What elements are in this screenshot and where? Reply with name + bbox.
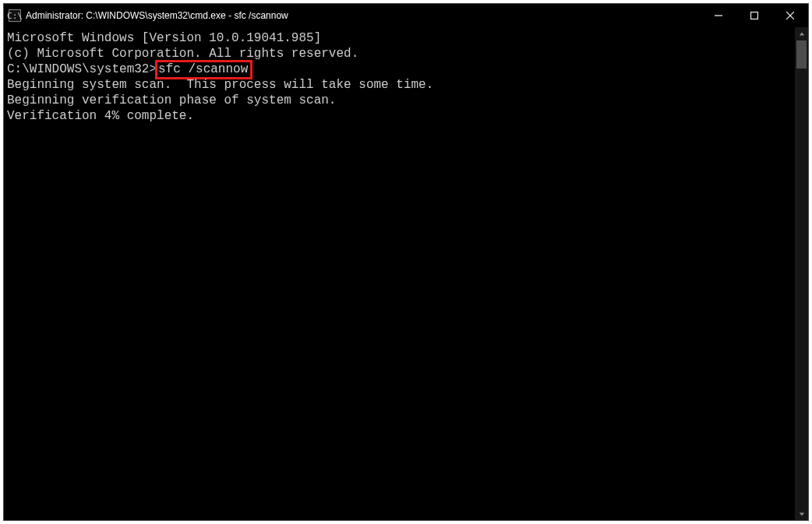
terminal-output[interactable]: Microsoft Windows [Version 10.0.19041.98…	[4, 27, 795, 520]
vertical-scrollbar[interactable]	[795, 27, 808, 520]
output-line: Microsoft Windows [Version 10.0.19041.98…	[7, 30, 795, 46]
titlebar-left: C:\ Administrator: C:\WINDOWS\system32\c…	[4, 9, 288, 22]
cmd-icon: C:\	[9, 9, 21, 22]
titlebar[interactable]: C:\ Administrator: C:\WINDOWS\system32\c…	[4, 4, 808, 27]
prompt-path: C:\WINDOWS\system32>	[7, 62, 157, 76]
output-line: Beginning verification phase of system s…	[7, 93, 795, 108]
scroll-track[interactable]	[795, 40, 808, 507]
scroll-down-button[interactable]	[795, 507, 808, 520]
output-line: (c) Microsoft Corporation. All rights re…	[7, 46, 795, 62]
output-line: Beginning system scan. This process will…	[7, 77, 795, 93]
window-title: Administrator: C:\WINDOWS\system32\cmd.e…	[26, 10, 288, 21]
maximize-button[interactable]	[736, 4, 772, 27]
scroll-up-button[interactable]	[795, 27, 808, 40]
prompt-line: C:\WINDOWS\system32>sfc /scannow	[7, 62, 795, 77]
window-controls	[701, 4, 808, 27]
close-button[interactable]	[772, 4, 808, 27]
scroll-thumb[interactable]	[796, 40, 807, 69]
svg-rect-0	[751, 12, 758, 19]
client-area: Microsoft Windows [Version 10.0.19041.98…	[4, 27, 808, 520]
cmd-window: C:\ Administrator: C:\WINDOWS\system32\c…	[3, 3, 809, 521]
output-line: Verification 4% complete.	[7, 108, 795, 124]
minimize-button[interactable]	[701, 4, 736, 27]
